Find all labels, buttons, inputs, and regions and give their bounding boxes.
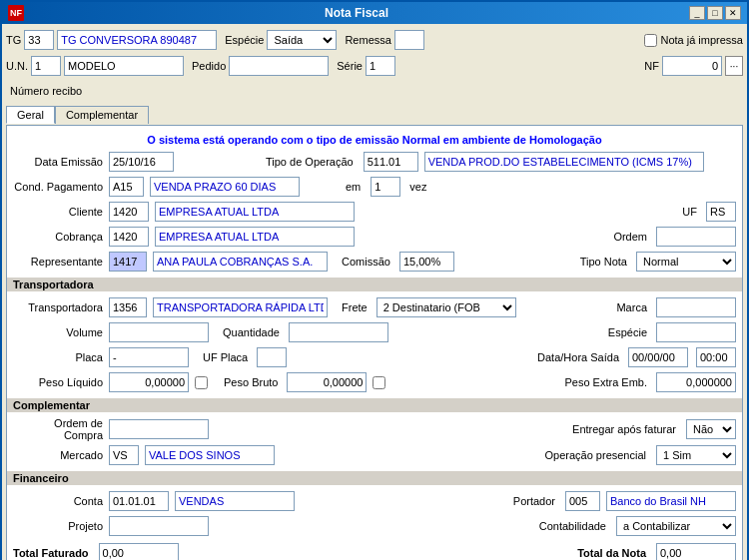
volume-input[interactable] [109,322,209,342]
transportadora-code-input[interactable] [109,297,147,317]
mercado-code-input[interactable] [109,445,139,465]
cliente-row: Cliente UF [13,201,736,223]
peso-bruto-checkbox[interactable] [373,376,385,389]
marca-input[interactable] [656,297,736,317]
entregar-apos-label: Entregar após faturar [572,423,676,435]
window-title: Nota Fiscal [24,6,689,20]
window-controls: _ □ ✕ [689,6,741,20]
data-hora-saida-label: Data/Hora Saída [537,351,619,363]
data-emissao-input[interactable] [109,152,174,172]
nf-input[interactable] [662,56,722,76]
total-nota-label: Total da Nota [577,547,646,559]
ordem-compra-row: Ordem de Compra Entregar após faturar Nã… [13,417,736,441]
representante-row: Representante Comissão Tipo Nota Normal … [13,251,736,273]
maximize-button[interactable]: □ [707,6,723,20]
transportadora-label: Transportadora [13,301,103,313]
op-presencial-select[interactable]: 1 Sim 2 Não [656,445,736,465]
remessa-group: Remessa [345,30,423,50]
numero-recibo-row: Número recibo [6,80,743,102]
representante-name-input[interactable] [153,252,328,272]
em-label: em [346,181,361,193]
data-saida-input[interactable] [628,347,688,367]
cond-pag-label: Cond. Pagamento [13,181,103,193]
total-faturado-label: Total Faturado [13,547,89,559]
peso-bruto-input[interactable] [287,372,367,392]
conta-label: Conta [13,495,103,507]
em-input[interactable] [371,177,400,197]
transportadora-row: Transportadora Frete 2 Destinatario (FOB… [13,296,736,318]
peso-liquido-checkbox[interactable] [195,376,208,389]
entregar-apos-select[interactable]: Não Sim [686,419,736,439]
tg-group: TG [6,30,217,50]
transportadora-name-input[interactable] [153,297,328,317]
minimize-button[interactable]: _ [689,6,705,20]
tg-code-input[interactable] [24,30,54,50]
cliente-name-input[interactable] [155,202,355,222]
conta-code-input[interactable] [109,491,169,511]
portador-name-input[interactable] [606,491,736,511]
representante-code-input[interactable] [109,252,147,272]
data-emissao-row: Data Emissão Tipo de Operação [13,151,736,173]
frete-select[interactable]: 2 Destinatario (FOB 1 Emitente (CIF) 3 T… [376,297,516,317]
ordem-input[interactable] [656,227,736,247]
cobranca-row: Cobrança Ordem [13,226,736,248]
contabilidade-label: Contabilidade [539,520,606,532]
especie-select[interactable]: Saída Entrada [267,30,337,50]
especie-label: Espécie [225,34,264,46]
portador-code-input[interactable] [565,491,600,511]
uf-placa-label: UF Placa [203,351,248,363]
projeto-input[interactable] [109,516,209,536]
frete-label: Frete [342,301,368,313]
mercado-name-input[interactable] [145,445,275,465]
volume-row: Volume Quantidade Espécie [13,321,736,343]
tg-name-input[interactable] [57,30,217,50]
un-name-input[interactable] [64,56,184,76]
comissao-input[interactable] [399,252,454,272]
placa-label: Placa [13,351,103,363]
totals-row: Total Faturado 0,00 Total da Nota 0,00 [13,542,736,560]
nota-impressa-group: Nota já impressa [644,34,743,47]
peso-liquido-input[interactable] [109,372,189,392]
especie-group: Espécie Saída Entrada [225,30,337,50]
quantidade-input[interactable] [289,322,388,342]
ordem-compra-label: Ordem de Compra [13,417,103,441]
cobranca-code-input[interactable] [109,227,149,247]
cond-pag-desc-input[interactable] [150,177,300,197]
nf-dots-button[interactable]: ··· [725,56,743,76]
cond-pag-code-input[interactable] [109,177,144,197]
especie-transp-input[interactable] [656,322,736,342]
header-row1: TG Espécie Saída Entrada Remessa Nota já… [6,28,743,52]
total-nota-value: 0,00 [656,543,736,560]
nf-label: NF [644,60,659,72]
uf-placa-input[interactable] [257,347,287,367]
cliente-label: Cliente [13,206,103,218]
tipo-nota-select[interactable]: Normal Complementar Devolução [636,252,736,272]
conta-row: Conta Portador [13,490,736,512]
remessa-input[interactable] [394,30,424,50]
nf-group: NF ··· [644,56,743,76]
tipo-op-code-input[interactable] [364,152,418,172]
cobranca-name-input[interactable] [155,227,355,247]
nota-impressa-checkbox[interactable] [644,34,657,47]
placa-row: Placa UF Placa Data/Hora Saída [13,346,736,368]
placa-input[interactable] [109,347,189,367]
un-code-input[interactable] [31,56,61,76]
conta-name-input[interactable] [175,491,295,511]
hora-saida-input[interactable] [696,347,736,367]
section-complementar: Complementar [7,398,742,412]
tg-label: TG [6,34,21,46]
header-row2: U.N. Pedido Série NF ··· [6,54,743,78]
peso-extra-input[interactable] [656,372,736,392]
remessa-label: Remessa [345,34,390,46]
tipo-op-desc-input[interactable] [424,152,704,172]
cliente-code-input[interactable] [109,202,149,222]
serie-input[interactable] [366,56,395,76]
close-button[interactable]: ✕ [725,6,741,20]
ordem-compra-input[interactable] [109,419,209,439]
uf-input[interactable] [706,202,736,222]
pedido-input[interactable] [229,56,329,76]
representante-label: Representante [13,256,103,268]
tab-geral[interactable]: Geral [6,106,55,124]
contabilidade-select[interactable]: a Contabilizar Contabilizado [616,516,736,536]
tab-complementar[interactable]: Complementar [55,106,149,124]
